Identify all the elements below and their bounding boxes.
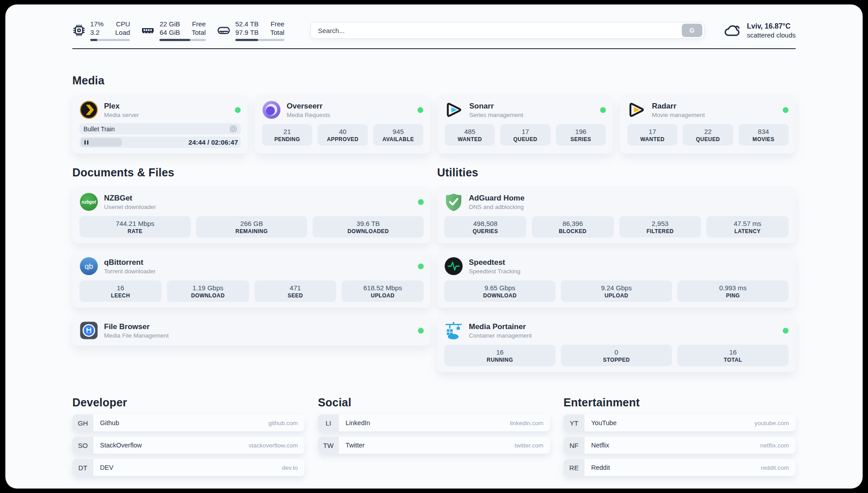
stat-box: 16 TOTAL bbox=[677, 345, 789, 366]
app-description: Media Requests bbox=[287, 111, 330, 119]
bookmark-name: Github bbox=[100, 419, 119, 426]
cpu-load-value: 3.2 bbox=[90, 28, 104, 37]
disk-free-value: 52.4 TB bbox=[235, 20, 259, 28]
disk-total-value: 97.9 TB bbox=[235, 28, 259, 37]
bookmark-abbr: LI bbox=[318, 414, 339, 431]
stat-box: 1.19 Gbps DOWNLOAD bbox=[167, 280, 249, 302]
status-online-dot bbox=[783, 328, 789, 334]
search-input[interactable]: Search... G bbox=[310, 22, 705, 39]
service-link-portainer[interactable]: Media Portainer Container management bbox=[444, 321, 789, 340]
plex-icon bbox=[79, 100, 98, 119]
service-link-qbittorrent[interactable]: qb qBittorrent Torrent downloader bbox=[79, 257, 424, 276]
playback-time: 24:44 / 02:06:47 bbox=[188, 138, 238, 146]
stat-box: 22 QUEUED bbox=[683, 124, 733, 146]
bookmark-twitter[interactable]: TW Twitter twitter.com bbox=[318, 437, 550, 454]
section-utilities: Utilities bbox=[437, 166, 796, 372]
card-adguard: AdGuard Home DNS and adblocking 498,508 … bbox=[437, 187, 796, 243]
svg-text:qb: qb bbox=[84, 262, 93, 271]
bookmark-netflix[interactable]: NF Netflix netflix.com bbox=[563, 437, 796, 454]
bookmark-abbr: TW bbox=[318, 437, 339, 454]
stat-box: 834 MOVIES bbox=[739, 124, 789, 146]
pause-button[interactable] bbox=[81, 138, 122, 146]
section-title-documents: Documents & Files bbox=[72, 166, 431, 179]
status-online-dot bbox=[783, 107, 789, 113]
disk-label-1: Free bbox=[270, 20, 284, 28]
bookmark-url: twitter.com bbox=[514, 442, 543, 449]
stat-box: 16 RUNNING bbox=[444, 345, 555, 366]
status-online-dot bbox=[235, 107, 241, 113]
app-description: Speedtest Tracking bbox=[469, 267, 521, 275]
status-online-dot bbox=[418, 328, 424, 334]
disk-widget: 52.4 TB 97.9 TB Free Total bbox=[217, 20, 284, 41]
service-link-nzbget[interactable]: nzbget NZBGet Usenet downloader bbox=[79, 192, 424, 211]
stat-box: 21 PENDING bbox=[262, 124, 312, 146]
service-link-overseerr[interactable]: Overseerr Media Requests bbox=[262, 100, 423, 119]
bookmark-url: stackoverflow.com bbox=[249, 442, 298, 449]
cpu-label-2: Load bbox=[115, 28, 130, 37]
app-name: Speedtest bbox=[469, 258, 521, 267]
stat-box: 9.24 Gbps UPLOAD bbox=[561, 280, 672, 302]
top-bar: 17% 3.2 CPU Load bbox=[72, 4, 796, 41]
app-name: Sonarr bbox=[469, 101, 523, 111]
section-title-media: Media bbox=[72, 74, 796, 87]
app-description: Usenet downloader bbox=[104, 203, 156, 211]
service-link-filebrowser[interactable]: File Browser Media File Management bbox=[79, 321, 424, 340]
stat-box: 86,396 BLOCKED bbox=[532, 216, 614, 238]
weather-location-temp: Lviv, 16.87°C bbox=[747, 22, 796, 31]
ram-progress-bar bbox=[159, 39, 206, 41]
bookmark-linkedin[interactable]: LI LinkedIn linkedin.com bbox=[318, 414, 550, 431]
status-online-dot bbox=[418, 263, 424, 269]
header-divider bbox=[72, 48, 796, 49]
app-description: Media File Management bbox=[104, 332, 169, 339]
stat-box: 16 LEECH bbox=[79, 280, 162, 302]
ram-label-2: Total bbox=[192, 28, 206, 37]
app-name: File Browser bbox=[104, 322, 169, 331]
stat-box: 0.993 ms PING bbox=[677, 280, 789, 302]
memory-widget: 22 GiB 64 GiB Free Total bbox=[141, 20, 206, 41]
stat-box: 498,508 QUERIES bbox=[444, 216, 526, 238]
section-media: Media Plex Media server bbox=[72, 74, 796, 154]
bookmark-abbr: NF bbox=[563, 437, 584, 454]
now-playing-row: Bullet Train bbox=[79, 123, 241, 134]
bookmark-github[interactable]: GH Github github.com bbox=[72, 414, 305, 431]
bookmark-abbr: YT bbox=[563, 414, 584, 431]
service-link-radarr[interactable]: Radarr Movie management bbox=[627, 100, 789, 119]
app-name: NZBGet bbox=[104, 193, 156, 203]
bookmark-dev[interactable]: DT DEV dev.to bbox=[72, 459, 305, 476]
card-qbittorrent: qb qBittorrent Torrent downloader 16 LEE… bbox=[72, 251, 431, 308]
service-link-speedtest[interactable]: Speedtest Speedtest Tracking bbox=[444, 257, 789, 276]
status-online-dot bbox=[417, 107, 423, 113]
stat-box: 266 GB REMAINING bbox=[196, 216, 307, 238]
bookmark-url: linkedin.com bbox=[510, 420, 543, 426]
stat-box: 196 SERIES bbox=[556, 124, 606, 146]
app-description: Torrent downloader bbox=[104, 267, 156, 275]
stat-box: 47.57 ms LATENCY bbox=[706, 216, 789, 238]
weather-widget: Lviv, 16.87°C scattered clouds bbox=[723, 22, 796, 39]
sonarr-icon bbox=[445, 100, 463, 119]
stat-box: 9.65 Gbps DOWNLOAD bbox=[444, 280, 555, 302]
bookmark-stackoverflow[interactable]: SO StackOverflow stackoverflow.com bbox=[72, 437, 305, 454]
stat-box: 2,953 FILTERED bbox=[619, 216, 701, 238]
bookmark-name: Netflix bbox=[591, 442, 609, 449]
nzbget-icon: nzbget bbox=[79, 192, 98, 211]
service-link-sonarr[interactable]: Sonarr Series management bbox=[445, 100, 606, 119]
filebrowser-icon bbox=[79, 321, 98, 340]
search-placeholder: Search... bbox=[311, 27, 345, 34]
service-link-adguard[interactable]: AdGuard Home DNS and adblocking bbox=[444, 192, 789, 211]
bookmark-name: LinkedIn bbox=[346, 419, 370, 426]
disk-progress-bar bbox=[235, 39, 284, 41]
bookmark-reddit[interactable]: RE Reddit reddit.com bbox=[563, 459, 796, 476]
svg-text:nzbget: nzbget bbox=[82, 200, 96, 205]
stat-box: 618.52 Mbps UPLOAD bbox=[342, 280, 424, 302]
service-link-plex[interactable]: Plex Media server bbox=[79, 100, 241, 119]
bookmark-name: Twitter bbox=[346, 442, 365, 449]
card-plex: Plex Media server Bullet Train bbox=[72, 95, 248, 154]
portainer-icon bbox=[444, 321, 463, 340]
bookmark-abbr: RE bbox=[563, 459, 584, 476]
bookmark-youtube[interactable]: YT YouTube youtube.com bbox=[563, 414, 796, 431]
app-description: Series management bbox=[469, 111, 523, 119]
search-provider-button[interactable]: G bbox=[682, 24, 702, 37]
card-portainer: Media Portainer Container management 16 … bbox=[437, 316, 796, 372]
disk-icon bbox=[217, 24, 231, 37]
app-name: Plex bbox=[104, 101, 139, 111]
